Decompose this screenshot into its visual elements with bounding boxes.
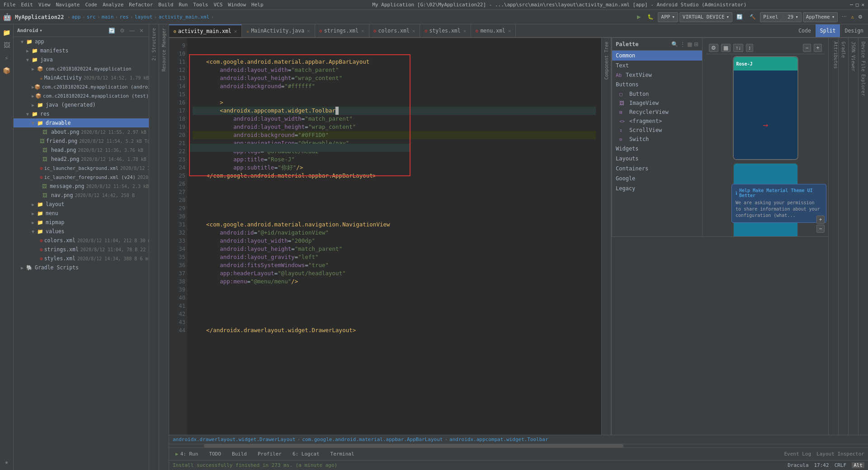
breadcrumb-main[interactable]: main xyxy=(102,14,114,20)
palette-item-switch[interactable]: ⊙ Switch xyxy=(612,135,702,144)
bc-appbarlayout[interactable]: com.google.android.material.appbar.AppBa… xyxy=(302,437,443,442)
palette-category-layouts[interactable]: Layouts xyxy=(612,154,702,164)
tree-item-about[interactable]: ▶ 🖼 about.png 2020/8/12 11:55, 2.97 kB xyxy=(14,127,149,136)
menu-run[interactable]: Run xyxy=(179,2,188,8)
maximize-btn[interactable]: □ xyxy=(856,2,859,8)
tab-close-menu[interactable]: ✕ xyxy=(508,28,511,34)
build-button[interactable]: 🔨 xyxy=(747,12,759,22)
palette-category-common[interactable]: Common xyxy=(612,51,702,61)
more-options[interactable]: ⋯ xyxy=(839,12,849,22)
menu-edit[interactable]: Edit xyxy=(21,2,33,8)
tree-item-package3[interactable]: ▶ 📦 com.c20181020224.myapplication (test… xyxy=(14,91,149,100)
tab-logcat[interactable]: 6: Logcat xyxy=(290,450,322,458)
tab-strings[interactable]: ⚙ strings.xml ✕ xyxy=(315,24,369,37)
palette-item-imageview[interactable]: 🖼 ImageView xyxy=(612,99,702,108)
tree-item-nav[interactable]: ▶ 🖼 nav.png 2020/8/12 14:42, 250 B xyxy=(14,191,149,200)
component-tree-label[interactable]: Component Tree xyxy=(604,42,609,80)
tab-close-mainactivity[interactable]: ✕ xyxy=(307,28,310,34)
tab-build[interactable]: Build xyxy=(229,450,250,458)
tab-todo[interactable]: TODO xyxy=(206,450,224,458)
sync-button[interactable]: 🔄 xyxy=(734,12,745,22)
tree-item-head[interactable]: ▶ 🖼 head.png 2020/8/12 11:36, 3.76 kB xyxy=(14,146,149,155)
tab-run[interactable]: ▶ 4: Run xyxy=(173,450,201,458)
settings-btn2[interactable]: ⚙ xyxy=(118,27,126,34)
theme-dropdown[interactable]: AppTheme ▾ xyxy=(803,12,838,22)
menu-navigate[interactable]: Navigate xyxy=(56,2,80,8)
structure-label[interactable]: 2: Structure xyxy=(151,28,156,61)
tab-styles[interactable]: ⚙ styles.xml ✕ xyxy=(420,24,471,37)
tree-item-gradle[interactable]: ▶ 🐘 Gradle Scripts xyxy=(14,263,149,272)
tab-close-styles[interactable]: ✕ xyxy=(463,28,467,34)
editor-tab-code[interactable]: Code xyxy=(794,24,816,37)
menu-file[interactable]: File xyxy=(4,2,16,8)
tree-item-manifests[interactable]: ▶ 📁 manifests xyxy=(14,46,149,55)
palette-item-recyclerview[interactable]: ⊞ RecyclerView xyxy=(612,108,702,117)
tree-item-package2[interactable]: ▶ 📦 com.c20181020224.myapplication (andr… xyxy=(14,82,149,91)
tree-item-ic-bg[interactable]: ▶ ⚙ ic_launcher_background.xml 2020/8/12… xyxy=(14,164,149,173)
preview-zoom-in[interactable]: + xyxy=(814,44,822,52)
device-explorer-label[interactable]: Device File Explorer xyxy=(861,42,866,96)
tab-menu[interactable]: ⚙ menu.xml ✕ xyxy=(471,24,516,37)
tree-item-styles[interactable]: ▶ ⚙ styles.xml 2020/8/12 14:34, 388 B 6 … xyxy=(14,254,149,263)
tree-item-java-generated[interactable]: ▶ 📁 java (generated) xyxy=(14,100,149,109)
bc-toolbar[interactable]: androidx.appcompat.widget.Toolbar xyxy=(449,437,548,442)
palette-item-button[interactable]: ▢ Button xyxy=(612,89,702,99)
breadcrumb-layout[interactable]: layout xyxy=(135,14,153,20)
attributes-label[interactable]: Attributes xyxy=(829,42,838,69)
menu-view[interactable]: View xyxy=(38,2,51,8)
palette-more-btn[interactable]: ⋮ xyxy=(680,41,685,47)
close-sidebar-btn[interactable]: ✕ xyxy=(138,27,145,34)
menu-tools[interactable]: Tools xyxy=(193,2,208,8)
close-btn[interactable]: ✕ xyxy=(861,2,864,8)
tab-mainactivity[interactable]: ☕ MainActivity.java ✕ xyxy=(242,24,315,37)
activity-favorites-icon[interactable]: ★ xyxy=(1,456,12,467)
event-log-link[interactable]: Event Log xyxy=(784,451,811,457)
preview-btn1[interactable]: ⚙ xyxy=(709,44,718,52)
palette-item-scrollview[interactable]: ↕ ScrollView xyxy=(612,126,702,135)
palette-layout-btn[interactable]: ▦ xyxy=(687,41,692,47)
breadcrumb-src[interactable]: src xyxy=(87,14,96,20)
minimize-btn[interactable]: ─ xyxy=(850,2,853,8)
palette-category-widgets[interactable]: Widgets xyxy=(612,144,702,154)
android-dropdown[interactable]: Android ▾ xyxy=(17,28,42,33)
collapse-btn[interactable]: — xyxy=(128,27,136,34)
tab-profiler[interactable]: Profiler xyxy=(255,450,284,458)
preview-btn2[interactable]: ▦ xyxy=(721,44,731,52)
menu-help[interactable]: Help xyxy=(251,2,264,8)
menu-analyze[interactable]: Analyze xyxy=(103,2,123,8)
layout-inspector-link[interactable]: Layout Inspector xyxy=(816,451,864,457)
activity-project-icon[interactable]: 📁 xyxy=(1,27,12,38)
palette-category-buttons[interactable]: Buttons xyxy=(612,80,702,89)
tab-close-colors[interactable]: ✕ xyxy=(412,28,415,34)
hscrollbar[interactable] xyxy=(169,444,868,447)
code-panel[interactable]: <com.google.android.material.appbar.AppB… xyxy=(187,38,601,435)
tab-activity-main[interactable]: ⚙ activity_main.xml ✕ xyxy=(169,24,242,37)
breadcrumb-app[interactable]: app xyxy=(72,14,81,20)
tree-item-layout[interactable]: ▶ 📁 layout xyxy=(14,200,149,209)
tree-item-res[interactable]: ▼ 📁 res xyxy=(14,109,149,118)
menu-refactor[interactable]: Refactor xyxy=(129,2,153,8)
tab-colors[interactable]: ⚙ colors.xml ✕ xyxy=(369,24,420,37)
editor-tab-design[interactable]: Design xyxy=(840,24,868,37)
settings-btn[interactable]: ⚙ xyxy=(855,12,865,22)
palette-item-fragment[interactable]: <> <fragment> xyxy=(612,117,702,126)
palette-category-text[interactable]: Text xyxy=(612,61,702,70)
menu-build[interactable]: Build xyxy=(158,2,173,8)
palette-item-textview[interactable]: Ab TextView xyxy=(612,70,702,80)
bc-drawerlayout[interactable]: androidx.drawerlayout.widget.DrawerLayou… xyxy=(173,437,296,442)
tree-item-colors[interactable]: ▶ ⚙ colors.xml 2020/8/12 11:04, 212 B 30… xyxy=(14,236,149,245)
tab-terminal[interactable]: Terminal xyxy=(328,450,357,458)
zoom-in-btn[interactable]: + xyxy=(816,216,825,224)
tab-close-strings[interactable]: ✕ xyxy=(361,28,364,34)
tree-item-package1[interactable]: ▶ 📦 com.c20181020224.myapplication xyxy=(14,64,149,73)
editor-tab-split[interactable]: Split xyxy=(816,24,840,37)
palette-category-legacy[interactable]: Legacy xyxy=(612,183,702,193)
tree-item-app[interactable]: ▼ 📁 app xyxy=(14,37,149,46)
preview-btn4[interactable]: ↕ xyxy=(746,44,753,52)
activity-resource-icon[interactable]: 🖼 xyxy=(1,40,12,51)
tree-item-mipmap[interactable]: ▶ 📁 mipmap xyxy=(14,218,149,227)
breadcrumb-res[interactable]: res xyxy=(120,14,129,20)
app-dropdown[interactable]: APP ▾ xyxy=(658,12,678,22)
palette-category-containers[interactable]: Containers xyxy=(612,164,702,174)
tree-item-mainactivity[interactable]: ▶ ☕ MainActivity 2020/8/12 14:52, 1.79 k… xyxy=(14,73,149,82)
